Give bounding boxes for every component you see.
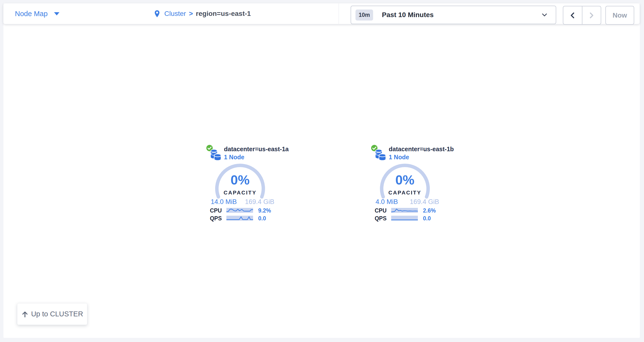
up-to-cluster-button[interactable]: Up to CLUSTER [17, 303, 87, 325]
cpu-label: CPU [370, 207, 386, 214]
breadcrumb-separator: > [189, 10, 193, 17]
locality-node-count: 1 Node [389, 154, 409, 161]
node-map-page: Node Map Cluster > region=us-east-1 10m … [0, 0, 644, 342]
view-selector-label: Node Map [15, 10, 48, 18]
capacity-percent: 0% [213, 173, 267, 186]
capacity-percent: 0% [378, 173, 432, 186]
database-stack-icon [375, 149, 386, 161]
locality-title: datacenter=us-east-1b [389, 146, 454, 153]
locality-card-us-east-1b[interactable]: datacenter=us-east-1b 1 Node 0% CAPACITY… [370, 142, 444, 226]
qps-value: 0.0 [423, 215, 431, 222]
cpu-value: 9.2% [258, 207, 271, 214]
top-bar: Node Map Cluster > region=us-east-1 10m … [3, 3, 640, 24]
chevron-left-icon [569, 12, 576, 19]
time-window-select[interactable]: 10m Past 10 Minutes [350, 5, 556, 24]
map-canvas [4, 3, 640, 338]
up-to-cluster-label: Up to CLUSTER [31, 310, 83, 318]
locality-card-us-east-1a[interactable]: datacenter=us-east-1a 1 Node 0% CAPACITY… [206, 142, 279, 226]
cpu-label: CPU [206, 207, 222, 214]
arrow-up-icon [21, 311, 28, 318]
capacity-caption: CAPACITY [213, 190, 267, 196]
capacity-caption: CAPACITY [378, 190, 432, 196]
cpu-sparkline [226, 208, 253, 213]
capacity-used: 4.0 MiB [376, 198, 398, 206]
locality-node-count: 1 Node [224, 154, 244, 161]
locality-title: datacenter=us-east-1a [224, 146, 289, 153]
time-window-label: Past 10 Minutes [382, 11, 434, 19]
caret-down-icon [54, 12, 60, 15]
qps-value: 0.0 [258, 215, 266, 222]
database-stack-icon [210, 149, 222, 161]
qps-label: QPS [206, 215, 222, 222]
breadcrumb: Cluster > region=us-east-1 [154, 3, 251, 24]
qps-sparkline [391, 216, 418, 221]
capacity-values: 14.0 MiB 169.4 GiB [211, 198, 274, 206]
view-selector-dropdown[interactable]: Node Map [15, 3, 60, 24]
time-step-back-button[interactable] [563, 6, 582, 24]
capacity-total: 169.4 GiB [245, 198, 274, 206]
time-step-forward-button[interactable] [582, 6, 601, 24]
qps-sparkline [226, 216, 253, 221]
capacity-values: 4.0 MiB 169.4 GiB [376, 198, 439, 206]
time-window-badge: 10m [356, 9, 373, 20]
time-step-buttons [563, 6, 601, 25]
qps-label: QPS [370, 215, 386, 222]
chevron-down-icon [541, 11, 548, 18]
breadcrumb-current-locality: region=us-east-1 [196, 10, 251, 17]
capacity-total: 169.4 GiB [410, 198, 439, 206]
cpu-sparkline [391, 208, 418, 213]
now-button[interactable]: Now [605, 6, 634, 25]
breadcrumb-cluster-link[interactable]: Cluster [164, 10, 186, 17]
chevron-right-icon [588, 12, 595, 19]
cpu-value: 2.6% [423, 207, 436, 214]
capacity-used: 14.0 MiB [211, 198, 237, 206]
location-pin-icon [154, 10, 160, 17]
